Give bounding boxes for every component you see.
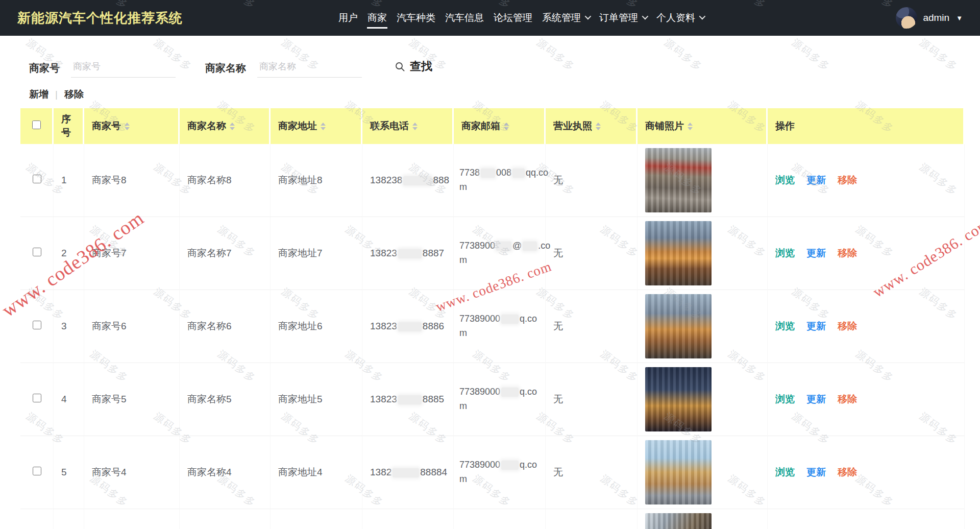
row-checkbox[interactable] bbox=[33, 175, 41, 183]
remove-link[interactable]: 移除 bbox=[838, 175, 857, 185]
user-menu[interactable]: admin ▼ bbox=[896, 7, 963, 29]
cell-index bbox=[54, 509, 84, 529]
view-link[interactable]: 浏览 bbox=[775, 175, 795, 185]
column-header-shop-photo[interactable]: 商铺照片 bbox=[638, 108, 768, 144]
cell-email bbox=[454, 509, 546, 529]
sort-asc-icon bbox=[596, 123, 601, 126]
text-fragment: q.co bbox=[520, 387, 537, 397]
merchant-table: 序号商家号商家名称商家地址联系电话商家邮箱营业执照商铺照片操作 1商家号8商家名… bbox=[20, 108, 965, 529]
update-link[interactable]: 更新 bbox=[806, 321, 826, 331]
column-header-merchant-name[interactable]: 商家名称 bbox=[180, 108, 271, 144]
text-fragment: 77389000 bbox=[459, 387, 500, 397]
sort-icon[interactable] bbox=[688, 123, 693, 130]
shop-photo[interactable] bbox=[645, 513, 712, 529]
view-link[interactable]: 浏览 bbox=[775, 248, 795, 258]
watermark-tile: 源码多多 bbox=[0, 347, 4, 386]
text-fragment: 77389000 bbox=[459, 460, 500, 470]
cell-merchant-address: 商家地址8 bbox=[271, 144, 362, 217]
sort-icon[interactable] bbox=[230, 123, 235, 130]
censored-text bbox=[398, 395, 422, 404]
nav-item-merchants[interactable]: 商家 bbox=[367, 7, 387, 29]
shop-photo[interactable] bbox=[645, 148, 712, 212]
update-link[interactable]: 更新 bbox=[806, 175, 826, 185]
cell-license: 无 bbox=[546, 290, 638, 363]
row-checkbox[interactable] bbox=[33, 394, 41, 402]
watermark-tile: 源码多多 bbox=[0, 223, 4, 261]
column-label: 联系电话 bbox=[370, 119, 409, 133]
update-link[interactable]: 更新 bbox=[806, 248, 826, 258]
shop-photo[interactable] bbox=[645, 221, 712, 285]
column-header-email[interactable]: 商家邮箱 bbox=[454, 108, 546, 144]
text-fragment: m bbox=[459, 328, 467, 338]
column-header-phone[interactable]: 联系电话 bbox=[362, 108, 454, 144]
view-link[interactable]: 浏览 bbox=[775, 394, 795, 404]
remove-link[interactable]: 移除 bbox=[838, 394, 857, 404]
nav-item-users[interactable]: 用户 bbox=[338, 7, 358, 29]
shop-photo[interactable] bbox=[645, 440, 712, 504]
row-checkbox[interactable] bbox=[33, 467, 41, 475]
shop-photo[interactable] bbox=[645, 367, 712, 431]
column-header-merchant-address[interactable]: 商家地址 bbox=[271, 108, 362, 144]
row-checkbox[interactable] bbox=[33, 248, 41, 256]
view-link[interactable]: 浏览 bbox=[775, 321, 795, 331]
remove-link[interactable]: 移除 bbox=[838, 321, 857, 331]
text-fragment: 8885 bbox=[423, 394, 444, 404]
cell-actions: 浏览更新移除 bbox=[768, 436, 965, 509]
text-fragment: .co bbox=[538, 241, 550, 251]
update-link[interactable]: 更新 bbox=[806, 394, 826, 404]
sort-icon[interactable] bbox=[125, 123, 130, 130]
remove-link[interactable]: 移除 bbox=[838, 467, 857, 477]
cell-shop-photo bbox=[638, 290, 768, 363]
column-label: 商铺照片 bbox=[645, 119, 684, 133]
cell-merchant-no: 商家号4 bbox=[84, 436, 180, 509]
row-select-cell bbox=[20, 436, 54, 509]
nav-item-car-types[interactable]: 汽车种类 bbox=[396, 7, 436, 29]
remove-button[interactable]: 移除 bbox=[64, 88, 84, 101]
cell-license: 无 bbox=[546, 363, 638, 436]
column-label: 商家地址 bbox=[278, 119, 317, 133]
sort-icon[interactable] bbox=[321, 123, 326, 130]
main-nav: 用户商家汽车种类汽车信息论坛管理系统管理订单管理个人资料 bbox=[338, 0, 704, 36]
cell-merchant-name bbox=[180, 509, 271, 529]
remove-link[interactable]: 移除 bbox=[838, 248, 857, 258]
add-button[interactable]: 新增 bbox=[29, 88, 48, 101]
row-select-cell bbox=[20, 363, 54, 436]
nav-item-order-mgmt[interactable]: 订单管理 bbox=[599, 7, 647, 29]
column-header-license[interactable]: 营业执照 bbox=[546, 108, 638, 144]
text-fragment: q.co bbox=[520, 460, 537, 470]
merchant-no-input[interactable] bbox=[71, 58, 176, 78]
column-label: 商家名称 bbox=[187, 119, 226, 133]
merchant-name-input[interactable] bbox=[257, 58, 362, 78]
user-avatar[interactable] bbox=[896, 7, 917, 29]
select-all-checkbox[interactable] bbox=[32, 121, 41, 129]
merchant-name-label: 商家名称 bbox=[205, 61, 246, 75]
nav-item-car-info[interactable]: 汽车信息 bbox=[445, 7, 484, 29]
chevron-down-icon bbox=[699, 13, 706, 19]
sort-icon[interactable] bbox=[596, 123, 601, 130]
sort-icon[interactable] bbox=[412, 123, 418, 130]
column-header-merchant-no[interactable]: 商家号 bbox=[84, 108, 180, 144]
watermark-tile: 源码多多 bbox=[0, 98, 4, 136]
text-fragment: m bbox=[459, 401, 467, 411]
shop-photo[interactable] bbox=[645, 294, 712, 358]
search-button[interactable]: 查找 bbox=[395, 59, 432, 77]
sort-icon[interactable] bbox=[504, 123, 509, 130]
row-checkbox[interactable] bbox=[33, 321, 41, 329]
search-button-label: 查找 bbox=[410, 59, 432, 74]
column-header-index[interactable]: 序号 bbox=[54, 108, 84, 144]
nav-item-profile[interactable]: 个人资料 bbox=[656, 7, 704, 29]
cell-shop-photo bbox=[638, 144, 768, 217]
cell-merchant-no: 商家号8 bbox=[84, 144, 180, 217]
column-header-actions[interactable]: 操作 bbox=[768, 108, 965, 144]
cell-index: 4 bbox=[54, 363, 84, 436]
cell-actions bbox=[768, 509, 965, 529]
view-link[interactable]: 浏览 bbox=[775, 467, 795, 477]
cell-merchant-name: 商家名称6 bbox=[180, 290, 271, 363]
nav-item-system-mgmt[interactable]: 系统管理 bbox=[542, 7, 590, 29]
update-link[interactable]: 更新 bbox=[806, 467, 826, 477]
nav-item-label: 论坛管理 bbox=[494, 11, 532, 25]
sort-desc-icon bbox=[504, 127, 509, 130]
nav-item-forum-mgmt[interactable]: 论坛管理 bbox=[493, 7, 533, 29]
sort-asc-icon bbox=[688, 123, 693, 126]
cell-email: 77389000q.com bbox=[454, 290, 546, 363]
